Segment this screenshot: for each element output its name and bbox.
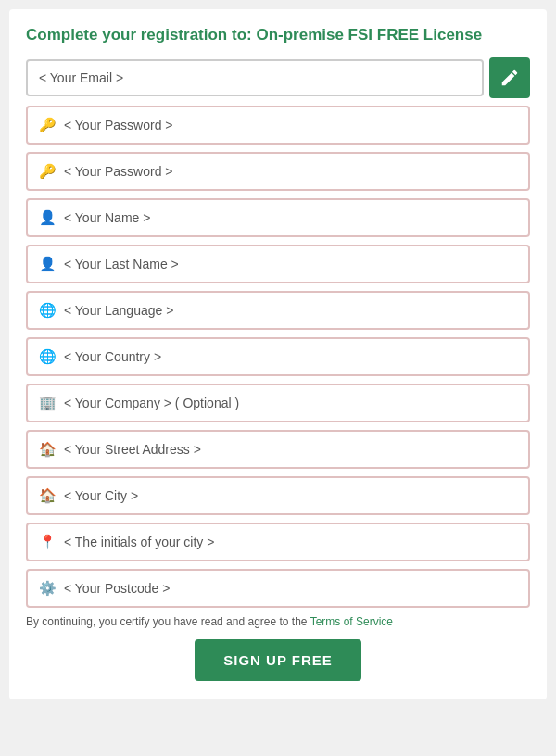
field-company[interactable]: 🏢< Your Company > ( Optional ): [26, 384, 530, 422]
initials-icon: 📍: [39, 534, 57, 550]
lastname-placeholder: < Your Last Name >: [64, 257, 179, 271]
language-icon: 🌐: [39, 302, 57, 319]
country-placeholder: < Your Country >: [64, 349, 161, 364]
field-street[interactable]: 🏠< Your Street Address >: [26, 430, 530, 469]
street-icon: 🏠: [39, 441, 57, 458]
field-initials[interactable]: 📍< The initials of your city >: [26, 523, 530, 561]
edit-email-button[interactable]: [489, 57, 530, 98]
field-postcode[interactable]: ⚙️< Your Postcode >: [26, 569, 530, 608]
password1-icon: 🔑: [39, 117, 57, 133]
email-display: < Your Email >: [26, 59, 484, 96]
city-placeholder: < Your City >: [64, 488, 138, 503]
page-title: Complete your registration to: On-premis…: [26, 26, 530, 44]
lastname-icon: 👤: [39, 256, 57, 272]
field-city[interactable]: 🏠< Your City >: [26, 476, 530, 515]
password2-icon: 🔑: [39, 163, 57, 180]
field-password2[interactable]: 🔑< Your Password >: [26, 152, 530, 191]
field-country[interactable]: 🌐< Your Country >: [26, 337, 530, 376]
field-language[interactable]: 🌐< Your Language >: [26, 291, 530, 330]
language-placeholder: < Your Language >: [64, 303, 173, 318]
company-placeholder: < Your Company > ( Optional ): [64, 396, 239, 410]
edit-icon: [499, 68, 520, 88]
field-password1[interactable]: 🔑< Your Password >: [26, 106, 530, 145]
company-icon: 🏢: [39, 395, 57, 411]
field-name[interactable]: 👤< Your Name >: [26, 198, 530, 237]
city-icon: 🏠: [39, 487, 57, 504]
name-placeholder: < Your Name >: [64, 210, 150, 225]
field-lastname[interactable]: 👤< Your Last Name >: [26, 245, 530, 284]
name-icon: 👤: [39, 209, 57, 226]
terms-link[interactable]: Terms of Service: [310, 615, 393, 628]
password2-placeholder: < Your Password >: [64, 164, 173, 179]
password1-placeholder: < Your Password >: [64, 118, 173, 132]
terms-text: By continuing, you certify you have read…: [26, 615, 530, 628]
initials-placeholder: < The initials of your city >: [64, 535, 214, 549]
signup-button[interactable]: SIGN UP FREE: [195, 639, 361, 681]
postcode-placeholder: < Your Postcode >: [64, 581, 170, 596]
fields-container: 🔑< Your Password >🔑< Your Password >👤< Y…: [26, 106, 530, 608]
email-row: < Your Email >: [26, 57, 530, 98]
registration-form: Complete your registration to: On-premis…: [9, 9, 547, 699]
country-icon: 🌐: [39, 348, 57, 365]
street-placeholder: < Your Street Address >: [64, 442, 201, 457]
postcode-icon: ⚙️: [39, 580, 57, 597]
